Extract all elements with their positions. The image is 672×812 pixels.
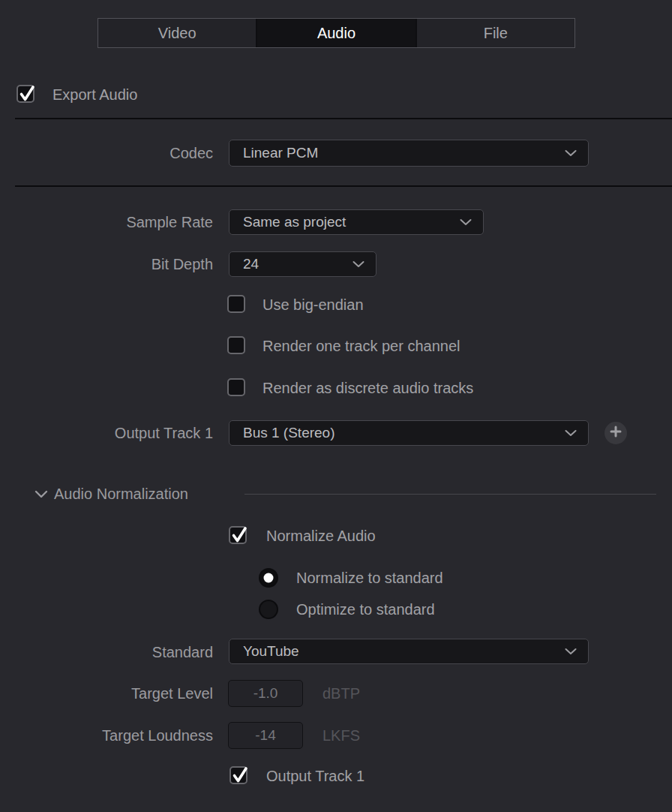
use-big-endian-label: Use big-endian [262, 295, 364, 314]
bit-depth-label: Bit Depth [152, 254, 213, 274]
use-big-endian-checkbox[interactable] [227, 295, 245, 313]
chevron-down-icon [565, 150, 577, 157]
chevron-down-icon [565, 648, 577, 655]
codec-label: Codec [170, 143, 213, 163]
divider [15, 185, 672, 187]
audio-settings-panel: Video Audio File Export Audio Codec Line… [0, 0, 672, 812]
optimize-to-standard-label: Optimize to standard [296, 600, 435, 619]
output-track-1-normalize-checkbox[interactable] [230, 766, 248, 784]
render-one-track-per-channel-label: Render one track per channel [262, 336, 460, 356]
export-audio-label: Export Audio [52, 85, 137, 104]
render-discrete-tracks-label: Render as discrete audio tracks [262, 378, 473, 398]
target-loudness-input[interactable] [228, 722, 303, 749]
target-level-label: Target Level [131, 684, 213, 703]
plus-icon [610, 426, 622, 441]
target-loudness-label: Target Loudness [102, 726, 213, 745]
sample-rate-dropdown-value: Same as project [243, 214, 346, 230]
output-track-1-label: Output Track 1 [115, 423, 213, 443]
normalize-to-standard-label: Normalize to standard [296, 568, 443, 588]
bit-depth-dropdown-value: 24 [243, 256, 259, 272]
normalize-audio-checkbox[interactable] [229, 526, 247, 544]
radio-dot [264, 573, 274, 583]
standard-label: Standard [152, 642, 213, 662]
tab-video[interactable]: Video [98, 19, 256, 47]
output-track-1-normalize-label: Output Track 1 [266, 766, 364, 786]
target-level-input[interactable] [228, 680, 303, 707]
codec-dropdown-value: Linear PCM [243, 145, 318, 161]
tab-audio[interactable]: Audio [256, 19, 415, 47]
chevron-down-icon [565, 430, 577, 437]
standard-dropdown[interactable]: YouTube [229, 639, 589, 664]
optimize-to-standard-radio[interactable] [259, 600, 278, 619]
target-loudness-unit: LKFS [322, 726, 360, 745]
normalize-to-standard-radio[interactable] [259, 568, 278, 588]
bit-depth-dropdown[interactable]: 24 [229, 251, 376, 277]
audio-normalization-section-title[interactable]: Audio Normalization [54, 484, 188, 504]
section-collapse-chevron-icon[interactable] [34, 490, 48, 498]
export-audio-checkbox[interactable] [16, 85, 34, 103]
tab-file[interactable]: File [416, 19, 574, 47]
target-level-unit: dBTP [322, 684, 360, 703]
sample-rate-dropdown[interactable]: Same as project [229, 209, 484, 235]
add-output-track-button[interactable] [604, 422, 627, 444]
normalize-audio-label: Normalize Audio [266, 526, 376, 546]
render-settings-tabbar: Video Audio File [98, 18, 575, 48]
divider [15, 118, 672, 119]
chevron-down-icon [352, 261, 364, 268]
standard-dropdown-value: YouTube [243, 643, 299, 660]
chevron-down-icon [460, 219, 472, 226]
render-discrete-tracks-checkbox[interactable] [227, 378, 245, 396]
output-track-1-dropdown[interactable]: Bus 1 (Stereo) [229, 420, 589, 446]
render-one-track-per-channel-checkbox[interactable] [227, 336, 245, 354]
sample-rate-label: Sample Rate [126, 212, 213, 232]
section-rule [244, 494, 656, 495]
codec-dropdown[interactable]: Linear PCM [229, 140, 589, 167]
output-track-1-dropdown-value: Bus 1 (Stereo) [243, 425, 335, 441]
